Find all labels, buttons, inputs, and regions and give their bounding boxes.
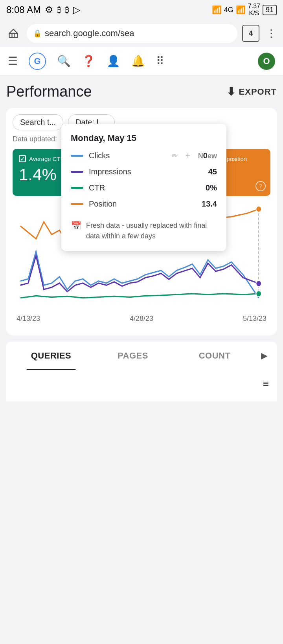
url-text: search.google.com/sea (45, 28, 134, 38)
svg-point-2 (256, 206, 261, 212)
hamburger-menu-icon[interactable]: ☰ (8, 55, 18, 68)
position-value: 13.4 (202, 199, 217, 209)
settings-icon: ⚙ (45, 4, 53, 15)
more-menu-button[interactable]: ⋮ (264, 25, 278, 42)
plus-icon: + (186, 151, 190, 160)
browser-bar: 🔒 search.google.com/sea 4 ⋮ (0, 20, 283, 47)
tooltip-date: Monday, May 15 (71, 133, 217, 143)
search-icon[interactable]: 🔍 (57, 55, 71, 68)
top-navigation: ☰ G 🔍 ❓ 👤 🔔 ⠿ O (0, 47, 283, 75)
speed-display: 7.37K/S (248, 3, 260, 16)
tab-pages[interactable]: PAGES (92, 342, 174, 370)
page-title: Performance (6, 83, 92, 100)
help-icon[interactable]: ❓ (82, 55, 96, 68)
logo-letter: G (34, 56, 40, 66)
tooltip-note-text: Fresh data - usually replaced with final… (86, 220, 217, 242)
notifications-icon[interactable]: 🔔 (131, 55, 145, 68)
svg-point-3 (256, 281, 261, 287)
signal-icon-2: 📶 (236, 5, 246, 15)
address-bar[interactable]: 🔒 search.google.com/sea (27, 24, 237, 43)
play-icon: ▷ (73, 4, 80, 15)
svg-rect-0 (9, 33, 18, 38)
battery-icon: 91 (263, 5, 277, 15)
tooltip-note: 📅 Fresh data - usually replaced with fin… (71, 216, 217, 242)
bottom-section: ≡ (6, 370, 277, 401)
filter-chart-container: Search t... Date: L... Data updated: ...… (6, 108, 277, 335)
svg-point-4 (256, 291, 261, 296)
tab-active-indicator (27, 369, 76, 370)
search-type-filter[interactable]: Search t... (13, 114, 63, 130)
filter-icon[interactable]: ≡ (263, 378, 269, 390)
status-time: 8:08 AM (6, 4, 41, 15)
date-label-1: 4/13/23 (17, 315, 40, 323)
tab-queries[interactable]: QUERIES (10, 342, 92, 370)
position-legend-line (71, 203, 83, 205)
impressions-legend-line (71, 171, 83, 173)
page-header: Performance ⬇ EXPORT (6, 83, 277, 100)
edit-icon: ✏ (172, 152, 178, 160)
google-logo: G (29, 53, 46, 70)
ctr-legend-line (71, 187, 83, 189)
tabs-bar: QUERIES PAGES COUNT ▶ (6, 342, 277, 370)
user-settings-icon[interactable]: 👤 (107, 55, 120, 68)
apps-grid-icon[interactable]: ⠿ (156, 55, 164, 68)
tooltip-ctr-row: CTR 0% (71, 183, 217, 192)
export-button[interactable]: ⬇ EXPORT (226, 85, 277, 98)
download-icon: ⬇ (226, 85, 236, 98)
tabs-next-arrow[interactable]: ▶ (255, 342, 273, 370)
home-button[interactable] (5, 25, 22, 42)
impressions-value: 45 (208, 167, 217, 176)
tooltip-clicks-row: Clicks ✏ + N0ew (71, 151, 217, 160)
clicks-value: N0ew (198, 151, 217, 160)
clicks-legend-line (71, 155, 83, 157)
position-label: Position (89, 199, 196, 209)
app-icon-1: ₿ (57, 5, 61, 15)
date-label-3: 5/13/23 (243, 315, 266, 323)
clicks-label: Clicks (89, 151, 166, 160)
calendar-icon: 📅 (71, 221, 81, 231)
network-type: 4G (224, 6, 233, 14)
chart-date-labels: 4/13/23 4/28/23 5/13/23 (13, 315, 270, 323)
position-help-icon[interactable]: ? (255, 181, 266, 191)
app-icon-2: ₿ (65, 5, 69, 15)
ctr-checkbox[interactable]: ✓ (19, 155, 26, 162)
tooltip-impressions-row: Impressions 45 (71, 167, 217, 176)
tab-switcher[interactable]: 4 (242, 25, 259, 42)
signal-icon: 📶 (212, 5, 222, 15)
tooltip-position-row: Position 13.4 (71, 199, 217, 209)
content-area: Performance ⬇ EXPORT Search t... Date: L… (0, 75, 283, 409)
impressions-label: Impressions (89, 167, 203, 176)
date-label-2: 4/28/23 (130, 315, 153, 323)
ctr-label: CTR (89, 183, 200, 192)
user-avatar[interactable]: O (258, 53, 275, 70)
tab-count[interactable]: COUNT (174, 342, 255, 370)
lock-icon: 🔒 (33, 29, 42, 38)
ctr-value: 0% (206, 183, 217, 192)
status-bar: 8:08 AM ⚙ ₿ ₿ ▷ 📶 4G 📶 7.37K/S 91 (0, 0, 283, 20)
data-tooltip: Monday, May 15 Clicks ✏ + N0ew Impressio… (61, 124, 226, 251)
ctr-label: Average CTR (29, 156, 65, 162)
